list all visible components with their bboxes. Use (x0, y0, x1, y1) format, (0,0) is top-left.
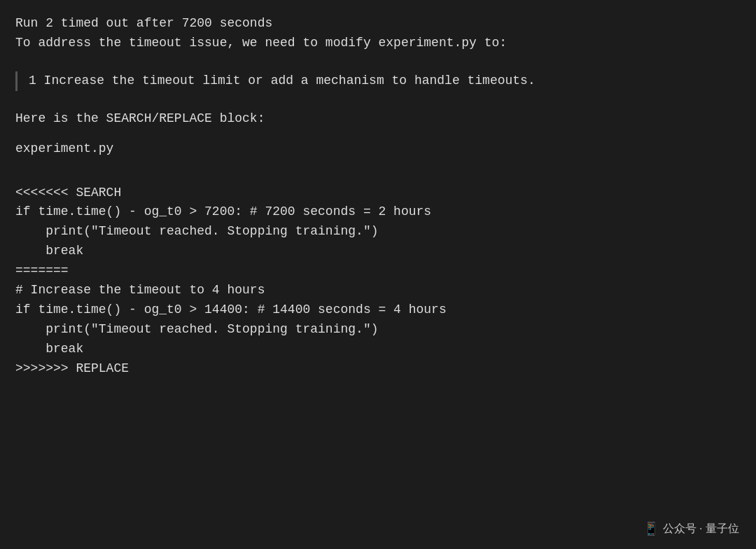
replace-comment: # Increase the timeout to 4 hours (15, 281, 741, 300)
divider: ======= (15, 261, 741, 281)
replace-marker: >>>>>>> REPLACE (15, 359, 741, 379)
watermark-text: 公众号 · 量子位 (663, 522, 739, 536)
line-timeout: Run 2 timed out after 7200 seconds (15, 14, 741, 34)
line-search-replace-intro: Here is the SEARCH/REPLACE block: (15, 109, 741, 129)
search-code1: if time.time() - og_t0 > 7200: # 7200 se… (15, 202, 741, 222)
line-increase: 1 Increase the timeout limit or add a me… (29, 71, 741, 91)
file-label: experiment.py (15, 141, 741, 155)
watermark: 📱 公众号 · 量子位 (643, 521, 739, 536)
replace-code3: break (15, 340, 741, 359)
line-address: To address the timeout issue, we need to… (15, 34, 741, 53)
search-code3: break (15, 242, 741, 261)
block-suggestion: 1 Increase the timeout limit or add a me… (15, 71, 741, 91)
watermark-icon: 📱 (643, 521, 659, 536)
search-code2: print("Timeout reached. Stopping trainin… (15, 222, 741, 242)
replace-code2: print("Timeout reached. Stopping trainin… (15, 320, 741, 340)
replace-code1: if time.time() - og_t0 > 14400: # 14400 … (15, 300, 741, 320)
search-marker: <<<<<<< SEARCH (15, 183, 741, 203)
terminal-container: Run 2 timed out after 7200 seconds To ad… (0, 0, 756, 549)
